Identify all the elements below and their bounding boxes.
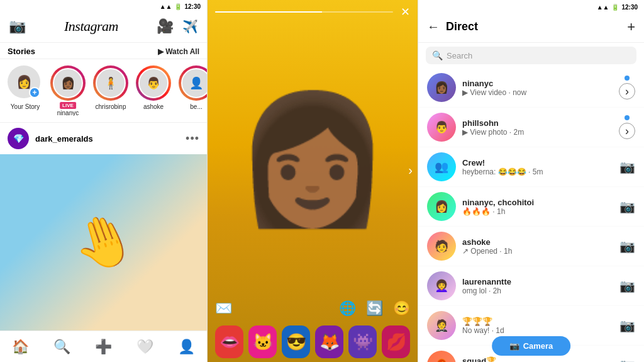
dm-item-laurenanntte[interactable]: 👩‍🦱 laurenanntte omg lol · 2h 📷 — [418, 266, 644, 306]
dm-avatar-phillsohn: 👨 — [427, 113, 456, 142]
story-progress-bar — [215, 11, 393, 13]
story-progress-fill — [215, 11, 322, 13]
new-message-button[interactable]: + — [627, 19, 635, 35]
story-refresh-icon[interactable]: 🔄 — [366, 300, 383, 317]
dm-right-phillsohn: › — [619, 115, 635, 139]
dm-content-squad: squad🏆 gregmar sent a post · 5h — [462, 356, 613, 363]
nav-heart[interactable]: 🤍 — [131, 336, 158, 358]
dm-item-crew[interactable]: 👥 Crew! heyberna: 😂😂😂 · 5m 📷 — [418, 147, 644, 187]
add-story-button[interactable]: + — [29, 87, 40, 98]
story-top-bar: ✕ — [208, 0, 418, 21]
dm-content-ninanyc-group: ninanyc, chcohitoi 🔥🔥🔥 · 1h — [462, 198, 613, 216]
dm-circle-arrow-phillsohn[interactable]: › — [619, 123, 635, 139]
dm-right-ashoke: 📷 — [619, 239, 635, 254]
direct-signal-icon: ▲▲ — [597, 4, 609, 11]
story-item-ashoke[interactable]: 👨 ashoke — [136, 65, 171, 116]
story-item-be[interactable]: 👤 be... — [179, 65, 207, 116]
live-badge: LIVE — [59, 101, 77, 110]
dm-camera-squad[interactable]: 📷 — [619, 358, 635, 362]
filter-fox[interactable]: 🦊 — [315, 325, 343, 358]
filter-lips[interactable]: 👄 — [215, 325, 243, 358]
dm-avatar-laurenanntte: 👩‍🦱 — [427, 271, 456, 300]
dm-name-laurenanntte: laurenanntte — [462, 277, 613, 286]
direct-panel: ▲▲ 🔋 12:30 ← Direct + 🔍 Search 👩🏾 ninany… — [418, 0, 644, 362]
dm-name-phillsohn: phillsohn — [462, 118, 613, 128]
nav-profile[interactable]: 👤 — [172, 336, 200, 358]
post-avatar[interactable]: 💎 — [8, 128, 29, 149]
camera-icon[interactable]: 📷 — [9, 18, 26, 35]
story-bottom-controls: ✉️ 🌐 🔄 😊 — [208, 295, 418, 322]
story-next-button[interactable]: › — [408, 163, 413, 178]
dm-name-squad: squad🏆 — [462, 356, 613, 363]
filter-alien[interactable]: 👾 — [348, 325, 377, 358]
feed-panel: ▲▲ 🔋 12:30 📷 Instagram 🎥 ✈️ Stories ▶ Wa… — [0, 0, 208, 362]
dm-preview-ashoke: ↗ Opened · 1h — [462, 247, 613, 256]
story-face-icon[interactable]: 😊 — [393, 300, 410, 317]
dm-name-ninanyc-group: ninanyc, chcohitoi — [462, 198, 613, 207]
story-username-be: be... — [190, 103, 202, 110]
watch-all-button[interactable]: ▶ Watch All — [158, 47, 199, 56]
dm-list: 👩🏾 ninanyc ▶ View video · now › 👨 phills… — [418, 68, 644, 362]
feed-header: 📷 Instagram 🎥 ✈️ — [0, 11, 207, 43]
dm-avatar-trophy: 🤵 — [427, 311, 456, 340]
story-close-button[interactable]: ✕ — [401, 5, 410, 19]
dm-unread-dot-ninanyc — [625, 76, 630, 81]
back-button[interactable]: ← — [427, 20, 440, 34]
avatar-ninanyc: 👩🏾 — [53, 68, 83, 98]
avatar-ashoke: 👨 — [138, 68, 169, 98]
nav-add[interactable]: ➕ — [89, 336, 117, 358]
boomerang-icon[interactable]: 🎥 — [157, 18, 174, 35]
story-item-chrisrobinp[interactable]: 🧍 chrisrobinp — [93, 65, 128, 116]
instagram-logo: Instagram — [64, 18, 118, 35]
avatar-be: 👤 — [181, 68, 207, 98]
nav-search[interactable]: 🔍 — [48, 336, 76, 358]
dm-camera-ninanyc-group[interactable]: 📷 — [619, 199, 635, 214]
avatar-chrisrobinp: 🧍 — [96, 68, 126, 98]
dm-item-ninanyc-group[interactable]: 👩 ninanyc, chcohitoi 🔥🔥🔥 · 1h 📷 — [418, 187, 644, 227]
dm-item-phillsohn[interactable]: 👨 phillsohn ▶ View photo · 2m › — [418, 108, 644, 147]
post-image-content: 🤚 — [64, 204, 143, 281]
filter-kiss[interactable]: 💋 — [382, 325, 410, 358]
nav-home[interactable]: 🏠 — [7, 336, 35, 358]
dm-item-ashoke[interactable]: 🧑 ashoke ↗ Opened · 1h 📷 — [418, 227, 644, 266]
stories-list: 👩 + Your Story 👩🏾 LIVE ninanyc 🧍 chrisro… — [0, 59, 207, 123]
dm-avatar-ninanyc-group: 👩 — [427, 192, 456, 221]
story-ring-be: 👤 — [179, 65, 207, 101]
story-message-icon[interactable]: ✉️ — [215, 300, 232, 317]
dm-preview-text-ninanyc: ▶ View video · now — [462, 88, 526, 97]
dm-content-crew: Crew! heyberna: 😂😂😂 · 5m — [462, 158, 613, 176]
search-bar[interactable]: 🔍 Search — [426, 47, 636, 64]
story-globe-icon[interactable]: 🌐 — [339, 300, 356, 317]
dm-list-wrapper: 👩🏾 ninanyc ▶ View video · now › 👨 phills… — [418, 68, 644, 362]
filter-sunglasses[interactable]: 😎 — [282, 325, 310, 358]
dm-circle-arrow-ninanyc[interactable]: › — [619, 83, 635, 99]
dm-camera-crew[interactable]: 📷 — [619, 159, 635, 174]
dm-preview-crew: heyberna: 😂😂😂 · 5m — [462, 167, 613, 176]
dm-camera-ashoke[interactable]: 📷 — [619, 239, 635, 254]
story-item-ninanyc[interactable]: 👩🏾 LIVE ninanyc — [50, 65, 86, 116]
dm-avatar-ninanyc: 👩🏾 — [427, 73, 456, 102]
dm-name-ninanyc: ninanyc — [462, 79, 613, 88]
post-more-icon[interactable]: ••• — [186, 132, 199, 145]
post-username[interactable]: dark_emeralds — [35, 134, 179, 144]
camera-fab-button[interactable]: 📷 Camera — [492, 336, 571, 356]
search-input[interactable]: Search — [447, 51, 630, 60]
dm-content-phillsohn: phillsohn ▶ View photo · 2m — [462, 118, 613, 137]
direct-send-icon[interactable]: ✈️ — [182, 19, 198, 34]
filter-cat[interactable]: 🐱 — [248, 325, 277, 358]
dm-right-ninanyc: › — [619, 76, 635, 99]
search-icon: 🔍 — [432, 50, 443, 60]
dm-item-ninanyc[interactable]: 👩🏾 ninanyc ▶ View video · now › — [418, 68, 644, 108]
dm-name-crew: Crew! — [462, 158, 613, 167]
story-username-chrisrobinp: chrisrobinp — [96, 103, 126, 110]
signal-icon: ▲▲ — [160, 3, 172, 10]
dm-camera-trophy[interactable]: 📷 — [619, 318, 635, 333]
direct-title: Direct — [446, 20, 621, 33]
dm-preview-laurenanntte: omg lol · 2h — [462, 286, 613, 295]
dm-content-laurenanntte: laurenanntte omg lol · 2h — [462, 277, 613, 295]
story-item-your-story[interactable]: 👩 + Your Story — [8, 65, 43, 116]
your-story-avatar: 👩 + — [8, 65, 40, 98]
dm-avatar-ashoke-dm: 🧑 — [427, 232, 456, 261]
dm-camera-laurenanntte[interactable]: 📷 — [619, 278, 635, 293]
direct-time: 12:30 — [621, 4, 638, 11]
